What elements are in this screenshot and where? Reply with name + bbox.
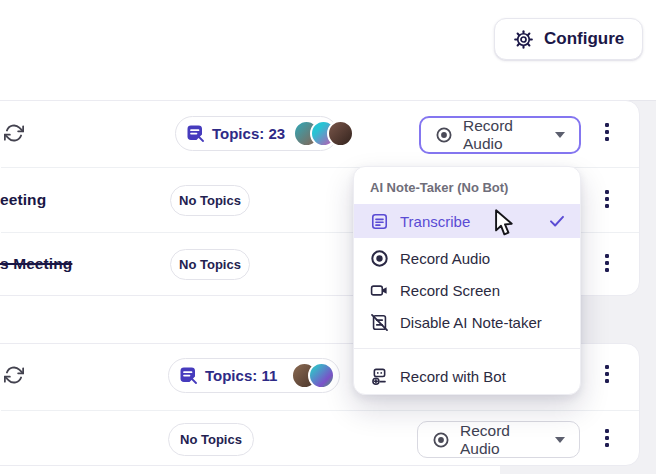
note-taker-mode-label: Record Audio [463, 117, 545, 153]
menu-item-record-with-bot[interactable]: Record with Bot [354, 359, 580, 393]
topics-badge-label: No Topics [180, 432, 242, 447]
recurring-meeting-icon [4, 365, 24, 385]
chevron-down-icon [555, 437, 565, 443]
menu-item-record-screen[interactable]: Record Screen [354, 274, 580, 306]
topics-badge-label: Topics: 11 [205, 367, 277, 384]
menu-section-label: AI Note-Taker (No Bot) [370, 180, 508, 195]
check-icon [548, 212, 566, 230]
menu-item-label: Transcribe [400, 213, 470, 230]
disable-ai-note-taker-icon [370, 313, 389, 332]
menu-divider [354, 348, 580, 349]
attendee-avatars [291, 362, 335, 389]
row-overflow-menu[interactable] [599, 250, 615, 276]
topics-badge-label: No Topics [179, 193, 241, 208]
topics-badge[interactable]: Topics: 11 [168, 358, 340, 393]
meeting-title-cancelled[interactable]: s Meeting [0, 255, 72, 273]
note-taker-dropdown-menu: AI Note-Taker (No Bot) Transcribe Record… [353, 166, 581, 395]
configure-button[interactable]: Configure [494, 18, 643, 60]
menu-item-transcribe[interactable]: Transcribe [354, 204, 580, 238]
row-overflow-menu[interactable] [599, 425, 615, 451]
chevron-down-icon [555, 132, 565, 138]
record-screen-icon [370, 281, 389, 300]
record-with-bot-icon [370, 367, 389, 386]
note-taker-mode-dropdown[interactable]: Record Audio [419, 116, 581, 154]
meetings-screen: Configure Topics: 23 [0, 0, 656, 474]
topics-badge[interactable]: Topics: 23 [175, 116, 338, 151]
row-divider [1, 410, 639, 411]
menu-item-label: Record Screen [400, 282, 500, 299]
topics-badge[interactable]: No Topics [170, 185, 250, 216]
transcribe-icon [370, 212, 389, 231]
recurring-meeting-icon [4, 123, 24, 143]
topics-badge-label: Topics: 23 [212, 125, 285, 142]
topics-icon [187, 125, 204, 142]
meeting-title[interactable]: eeting [0, 191, 46, 209]
menu-item-label: Record with Bot [400, 368, 506, 385]
mouse-cursor [492, 209, 518, 241]
topics-badge[interactable]: No Topics [168, 423, 254, 456]
menu-item-disable-ai-note-taker[interactable]: Disable AI Note-taker [354, 306, 580, 338]
topics-badge-label: No Topics [179, 257, 241, 272]
topics-badge[interactable]: No Topics [170, 249, 250, 280]
note-taker-mode-dropdown[interactable]: Record Audio [417, 421, 580, 458]
row-overflow-menu[interactable] [599, 119, 615, 145]
record-audio-icon [370, 249, 389, 268]
topics-icon [180, 367, 197, 384]
record-audio-icon [435, 126, 453, 144]
menu-item-label: Disable AI Note-taker [400, 314, 542, 331]
menu-item-label: Record Audio [400, 250, 490, 267]
row-overflow-menu[interactable] [599, 361, 615, 387]
row-overflow-menu[interactable] [599, 186, 615, 212]
attendee-avatars [293, 120, 354, 147]
avatar [308, 362, 335, 389]
record-audio-icon [432, 431, 450, 449]
avatar [327, 120, 354, 147]
note-taker-mode-label: Record Audio [460, 422, 545, 458]
configure-button-label: Configure [544, 29, 624, 49]
gear-icon [513, 29, 534, 50]
menu-item-record-audio[interactable]: Record Audio [354, 242, 580, 274]
